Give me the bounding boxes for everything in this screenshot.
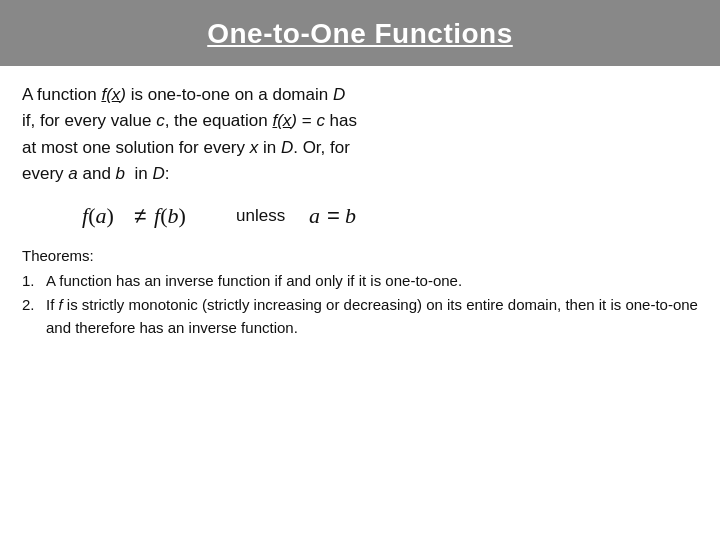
a-eq-b-formula: a = b [309,197,369,235]
svg-text:f(b): f(b) [154,203,186,228]
x-var: x [250,138,259,157]
domain-D: D [333,85,345,104]
theorems-label: Theorems: [22,245,698,268]
theorem-item-2: 2. If f is strictly monotonic (strictly … [22,294,698,339]
theorem-num-1: 1. [22,270,46,293]
theorem-num-2: 2. [22,294,46,317]
fx-text: f(x) [101,85,126,104]
svg-text:=: = [327,203,340,228]
theorem-item-1: 1. A function has an inverse function if… [22,270,698,293]
b-var: b [116,164,125,183]
D-var2: D [152,164,164,183]
header: One-to-One Functions [0,0,720,66]
formula-row: f(a) ≠ f(b) unless a = b [82,197,698,235]
theorem-text-1: A function has an inverse function if an… [46,270,462,293]
page-title: One-to-One Functions [20,18,700,50]
fx-eq: f(x) [272,111,297,130]
value-c: c [156,111,165,130]
theorems-section: Theorems: 1. A function has an inverse f… [22,245,698,339]
theorem-text-2: If f is strictly monotonic (strictly inc… [46,294,698,339]
c2: c [316,111,325,130]
svg-text:f(a): f(a) [82,203,114,228]
main-content: A function f(x) is one-to-one on a domai… [0,66,720,351]
definition-paragraph: A function f(x) is one-to-one on a domai… [22,82,698,187]
D-var: D [281,138,293,157]
svg-text:a: a [309,203,320,228]
svg-text:b: b [345,203,356,228]
fa-neq-fb-formula: f(a) ≠ f(b) [82,197,212,235]
svg-text:≠: ≠ [134,203,146,228]
unless-label: unless [236,206,285,226]
a-var: a [68,164,77,183]
